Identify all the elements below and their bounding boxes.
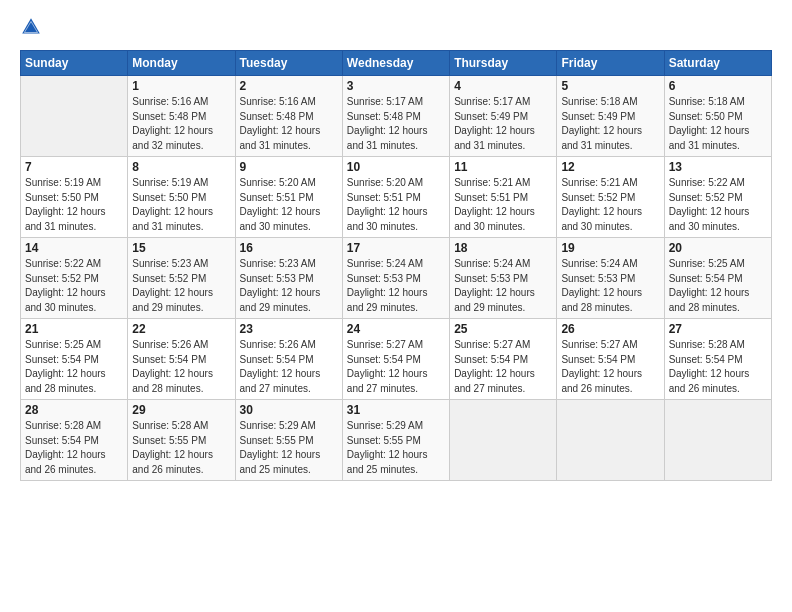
- day-number: 11: [454, 160, 552, 174]
- calendar-cell: [557, 400, 664, 481]
- day-number: 23: [240, 322, 338, 336]
- calendar-cell: 25Sunrise: 5:27 AMSunset: 5:54 PMDayligh…: [450, 319, 557, 400]
- day-number: 12: [561, 160, 659, 174]
- calendar-cell: 21Sunrise: 5:25 AMSunset: 5:54 PMDayligh…: [21, 319, 128, 400]
- day-info: Sunrise: 5:28 AMSunset: 5:54 PMDaylight:…: [25, 419, 123, 477]
- day-info: Sunrise: 5:18 AMSunset: 5:49 PMDaylight:…: [561, 95, 659, 153]
- day-info: Sunrise: 5:16 AMSunset: 5:48 PMDaylight:…: [132, 95, 230, 153]
- calendar-cell: 26Sunrise: 5:27 AMSunset: 5:54 PMDayligh…: [557, 319, 664, 400]
- day-info: Sunrise: 5:26 AMSunset: 5:54 PMDaylight:…: [132, 338, 230, 396]
- calendar-cell: 9Sunrise: 5:20 AMSunset: 5:51 PMDaylight…: [235, 157, 342, 238]
- calendar-week-5: 28Sunrise: 5:28 AMSunset: 5:54 PMDayligh…: [21, 400, 772, 481]
- day-number: 14: [25, 241, 123, 255]
- day-info: Sunrise: 5:25 AMSunset: 5:54 PMDaylight:…: [669, 257, 767, 315]
- day-info: Sunrise: 5:21 AMSunset: 5:51 PMDaylight:…: [454, 176, 552, 234]
- calendar-cell: 18Sunrise: 5:24 AMSunset: 5:53 PMDayligh…: [450, 238, 557, 319]
- calendar-cell: 19Sunrise: 5:24 AMSunset: 5:53 PMDayligh…: [557, 238, 664, 319]
- day-info: Sunrise: 5:22 AMSunset: 5:52 PMDaylight:…: [25, 257, 123, 315]
- calendar-cell: 1Sunrise: 5:16 AMSunset: 5:48 PMDaylight…: [128, 76, 235, 157]
- weekday-header-thursday: Thursday: [450, 51, 557, 76]
- day-info: Sunrise: 5:23 AMSunset: 5:53 PMDaylight:…: [240, 257, 338, 315]
- day-number: 9: [240, 160, 338, 174]
- day-info: Sunrise: 5:19 AMSunset: 5:50 PMDaylight:…: [132, 176, 230, 234]
- day-number: 30: [240, 403, 338, 417]
- day-info: Sunrise: 5:29 AMSunset: 5:55 PMDaylight:…: [347, 419, 445, 477]
- calendar-week-1: 1Sunrise: 5:16 AMSunset: 5:48 PMDaylight…: [21, 76, 772, 157]
- day-info: Sunrise: 5:21 AMSunset: 5:52 PMDaylight:…: [561, 176, 659, 234]
- weekday-header-monday: Monday: [128, 51, 235, 76]
- calendar-cell: [21, 76, 128, 157]
- calendar-cell: 12Sunrise: 5:21 AMSunset: 5:52 PMDayligh…: [557, 157, 664, 238]
- day-info: Sunrise: 5:27 AMSunset: 5:54 PMDaylight:…: [454, 338, 552, 396]
- day-number: 27: [669, 322, 767, 336]
- day-number: 5: [561, 79, 659, 93]
- day-info: Sunrise: 5:20 AMSunset: 5:51 PMDaylight:…: [347, 176, 445, 234]
- logo-icon: [20, 16, 42, 38]
- day-info: Sunrise: 5:28 AMSunset: 5:54 PMDaylight:…: [669, 338, 767, 396]
- calendar-cell: 6Sunrise: 5:18 AMSunset: 5:50 PMDaylight…: [664, 76, 771, 157]
- calendar-cell: 4Sunrise: 5:17 AMSunset: 5:49 PMDaylight…: [450, 76, 557, 157]
- day-number: 17: [347, 241, 445, 255]
- day-number: 7: [25, 160, 123, 174]
- day-info: Sunrise: 5:22 AMSunset: 5:52 PMDaylight:…: [669, 176, 767, 234]
- day-number: 21: [25, 322, 123, 336]
- calendar-cell: 31Sunrise: 5:29 AMSunset: 5:55 PMDayligh…: [342, 400, 449, 481]
- header: [20, 16, 772, 38]
- day-info: Sunrise: 5:18 AMSunset: 5:50 PMDaylight:…: [669, 95, 767, 153]
- logo: [20, 16, 46, 38]
- day-info: Sunrise: 5:27 AMSunset: 5:54 PMDaylight:…: [347, 338, 445, 396]
- day-number: 10: [347, 160, 445, 174]
- calendar-cell: 27Sunrise: 5:28 AMSunset: 5:54 PMDayligh…: [664, 319, 771, 400]
- day-number: 13: [669, 160, 767, 174]
- day-info: Sunrise: 5:28 AMSunset: 5:55 PMDaylight:…: [132, 419, 230, 477]
- day-info: Sunrise: 5:19 AMSunset: 5:50 PMDaylight:…: [25, 176, 123, 234]
- day-number: 26: [561, 322, 659, 336]
- day-number: 3: [347, 79, 445, 93]
- calendar-cell: 5Sunrise: 5:18 AMSunset: 5:49 PMDaylight…: [557, 76, 664, 157]
- calendar-cell: 17Sunrise: 5:24 AMSunset: 5:53 PMDayligh…: [342, 238, 449, 319]
- weekday-header-saturday: Saturday: [664, 51, 771, 76]
- calendar-cell: [450, 400, 557, 481]
- day-number: 29: [132, 403, 230, 417]
- weekday-header-friday: Friday: [557, 51, 664, 76]
- weekday-header-row: SundayMondayTuesdayWednesdayThursdayFrid…: [21, 51, 772, 76]
- calendar-week-2: 7Sunrise: 5:19 AMSunset: 5:50 PMDaylight…: [21, 157, 772, 238]
- calendar-cell: 7Sunrise: 5:19 AMSunset: 5:50 PMDaylight…: [21, 157, 128, 238]
- day-number: 6: [669, 79, 767, 93]
- weekday-header-sunday: Sunday: [21, 51, 128, 76]
- calendar-cell: [664, 400, 771, 481]
- day-number: 31: [347, 403, 445, 417]
- day-number: 4: [454, 79, 552, 93]
- calendar-cell: 10Sunrise: 5:20 AMSunset: 5:51 PMDayligh…: [342, 157, 449, 238]
- day-info: Sunrise: 5:17 AMSunset: 5:49 PMDaylight:…: [454, 95, 552, 153]
- day-number: 1: [132, 79, 230, 93]
- calendar-cell: 16Sunrise: 5:23 AMSunset: 5:53 PMDayligh…: [235, 238, 342, 319]
- calendar-cell: 14Sunrise: 5:22 AMSunset: 5:52 PMDayligh…: [21, 238, 128, 319]
- day-info: Sunrise: 5:24 AMSunset: 5:53 PMDaylight:…: [561, 257, 659, 315]
- day-number: 18: [454, 241, 552, 255]
- day-info: Sunrise: 5:25 AMSunset: 5:54 PMDaylight:…: [25, 338, 123, 396]
- day-number: 24: [347, 322, 445, 336]
- calendar-cell: 29Sunrise: 5:28 AMSunset: 5:55 PMDayligh…: [128, 400, 235, 481]
- weekday-header-tuesday: Tuesday: [235, 51, 342, 76]
- calendar-cell: 11Sunrise: 5:21 AMSunset: 5:51 PMDayligh…: [450, 157, 557, 238]
- day-info: Sunrise: 5:29 AMSunset: 5:55 PMDaylight:…: [240, 419, 338, 477]
- day-info: Sunrise: 5:26 AMSunset: 5:54 PMDaylight:…: [240, 338, 338, 396]
- day-number: 20: [669, 241, 767, 255]
- calendar-week-3: 14Sunrise: 5:22 AMSunset: 5:52 PMDayligh…: [21, 238, 772, 319]
- day-number: 16: [240, 241, 338, 255]
- calendar-cell: 30Sunrise: 5:29 AMSunset: 5:55 PMDayligh…: [235, 400, 342, 481]
- day-info: Sunrise: 5:24 AMSunset: 5:53 PMDaylight:…: [454, 257, 552, 315]
- calendar-cell: 22Sunrise: 5:26 AMSunset: 5:54 PMDayligh…: [128, 319, 235, 400]
- day-number: 2: [240, 79, 338, 93]
- calendar-cell: 15Sunrise: 5:23 AMSunset: 5:52 PMDayligh…: [128, 238, 235, 319]
- calendar-cell: 3Sunrise: 5:17 AMSunset: 5:48 PMDaylight…: [342, 76, 449, 157]
- day-number: 22: [132, 322, 230, 336]
- day-number: 28: [25, 403, 123, 417]
- calendar-cell: 13Sunrise: 5:22 AMSunset: 5:52 PMDayligh…: [664, 157, 771, 238]
- page: SundayMondayTuesdayWednesdayThursdayFrid…: [0, 0, 792, 612]
- day-info: Sunrise: 5:17 AMSunset: 5:48 PMDaylight:…: [347, 95, 445, 153]
- calendar-cell: 8Sunrise: 5:19 AMSunset: 5:50 PMDaylight…: [128, 157, 235, 238]
- calendar-cell: 2Sunrise: 5:16 AMSunset: 5:48 PMDaylight…: [235, 76, 342, 157]
- calendar-table: SundayMondayTuesdayWednesdayThursdayFrid…: [20, 50, 772, 481]
